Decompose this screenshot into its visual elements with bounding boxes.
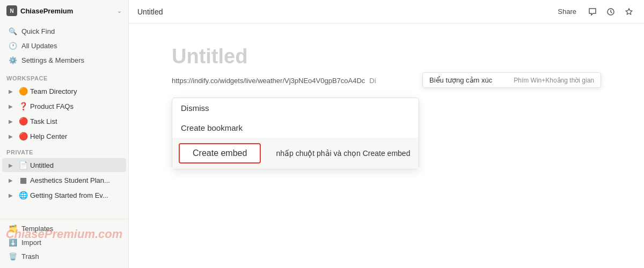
sidebar-item-all-updates[interactable]: 🕐 All Updates [2, 39, 126, 53]
star-icon[interactable] [623, 5, 635, 18]
aesthetics-icon: ▦ [18, 175, 28, 185]
chevron-icon: ▶ [9, 162, 16, 168]
sidebar-item-settings[interactable]: ⚙️ Settings & Members [2, 53, 126, 67]
product-faqs-label: Product FAQs [30, 102, 122, 110]
dismiss-option[interactable]: Dismiss [172, 98, 419, 118]
chevron-icon: ▶ [9, 192, 16, 198]
main-content: Untitled Share Untitled [129, 0, 644, 268]
workspace-chevron-icon: ⌄ [117, 8, 122, 14]
help-center-icon: 🔴 [18, 131, 28, 141]
search-icon: 🔍 [9, 27, 17, 35]
aesthetics-label: Aesthetics Student Plan... [30, 176, 122, 184]
clock-icon: 🕐 [9, 41, 17, 50]
sidebar-item-quick-find[interactable]: 🔍 Quick Find [2, 24, 126, 38]
gear-icon: ⚙️ [9, 56, 17, 64]
sidebar-item-product-faqs[interactable]: ▶ ❓ Product FAQs [2, 99, 126, 113]
tooltip-label: Biểu tượng cảm xúc [429, 76, 492, 84]
sidebar-item-task-list[interactable]: ▶ 🔴 Task List [2, 114, 126, 128]
sidebar-label-all-updates: All Updates [21, 42, 57, 50]
chevron-icon: ▶ [9, 103, 16, 109]
getting-started-label: Getting Started from Ev... [30, 191, 122, 199]
workspace-logo: N [6, 5, 17, 16]
comment-icon[interactable] [586, 5, 599, 18]
templates-icon: 🗂️ [9, 225, 17, 233]
sidebar-item-aesthetics[interactable]: ▶ ▦ Aesthetics Student Plan... [2, 173, 126, 187]
help-center-label: Help Center [30, 132, 122, 140]
workspace-section-label: WORKSPACE [0, 70, 128, 84]
sidebar: N ChiasePremium ⌄ 🔍 Quick Find 🕐 All Upd… [0, 0, 129, 268]
sidebar-label-settings: Settings & Members [21, 56, 84, 64]
sidebar-item-import[interactable]: ⬇️ Import [2, 236, 126, 249]
context-menu: Dismiss Create bookmark Create embed nhấ… [172, 98, 419, 169]
chevron-icon: ▶ [9, 177, 16, 183]
instruction-text: nhấp chuột phải và chọn Create embed [276, 149, 410, 158]
templates-label: Templates [21, 225, 53, 233]
topbar-actions: Share [553, 5, 635, 18]
history-icon[interactable] [604, 5, 617, 18]
page-body: Untitled https://indify.co/widgets/live/… [129, 24, 644, 268]
chevron-icon: ▶ [9, 133, 16, 139]
sidebar-bottom: 🗂️ Templates ⬇️ Import 🗑️ Trash [0, 219, 128, 268]
sidebar-item-help-center[interactable]: ▶ 🔴 Help Center [2, 129, 126, 143]
sidebar-item-trash[interactable]: 🗑️ Trash [2, 250, 126, 263]
sidebar-label-quick-find: Quick Find [21, 27, 55, 35]
share-button[interactable]: Share [553, 5, 581, 18]
chevron-icon: ▶ [9, 88, 16, 94]
page-icon: 📄 [18, 160, 28, 170]
page-breadcrumb: Untitled [137, 8, 549, 16]
workspace-name: ChiasePremium [20, 7, 114, 15]
workspace-header[interactable]: N ChiasePremium ⌄ [0, 0, 128, 21]
sidebar-item-untitled[interactable]: ▶ 📄 Untitled [2, 158, 126, 172]
create-bookmark-option[interactable]: Create bookmark [172, 118, 419, 138]
trash-icon: 🗑️ [9, 252, 17, 260]
sidebar-item-getting-started[interactable]: ▶ 🌐 Getting Started from Ev... [2, 188, 126, 202]
private-section-label: PRIVATE [0, 144, 128, 158]
sidebar-item-team-directory[interactable]: ▶ 🟠 Team Directory [2, 84, 126, 98]
sidebar-nav: 🔍 Quick Find 🕐 All Updates ⚙️ Settings &… [0, 21, 128, 70]
dismiss-hint: Di [369, 77, 376, 85]
team-directory-label: Team Directory [30, 87, 122, 95]
sidebar-item-templates[interactable]: 🗂️ Templates [2, 222, 126, 235]
tooltip-shortcut: Phím Win+Khoảng thời gian [514, 77, 594, 84]
page-title[interactable]: Untitled [172, 45, 601, 68]
topbar: Untitled Share [129, 0, 644, 24]
create-embed-option[interactable]: Create embed [179, 143, 261, 163]
import-icon: ⬇️ [9, 239, 17, 247]
getting-started-icon: 🌐 [18, 190, 28, 200]
chevron-icon: ▶ [9, 118, 16, 124]
task-list-icon: 🔴 [18, 116, 28, 126]
untitled-label: Untitled [30, 161, 122, 169]
embed-url[interactable]: https://indify.co/widgets/live/weather/V… [172, 77, 365, 85]
trash-label: Trash [21, 252, 39, 260]
product-faqs-icon: ❓ [18, 101, 28, 111]
import-label: Import [21, 239, 41, 247]
team-directory-icon: 🟠 [18, 86, 28, 96]
task-list-label: Task List [30, 117, 122, 125]
emoji-tooltip: Biểu tượng cảm xúc Phím Win+Khoảng thời … [422, 72, 601, 88]
